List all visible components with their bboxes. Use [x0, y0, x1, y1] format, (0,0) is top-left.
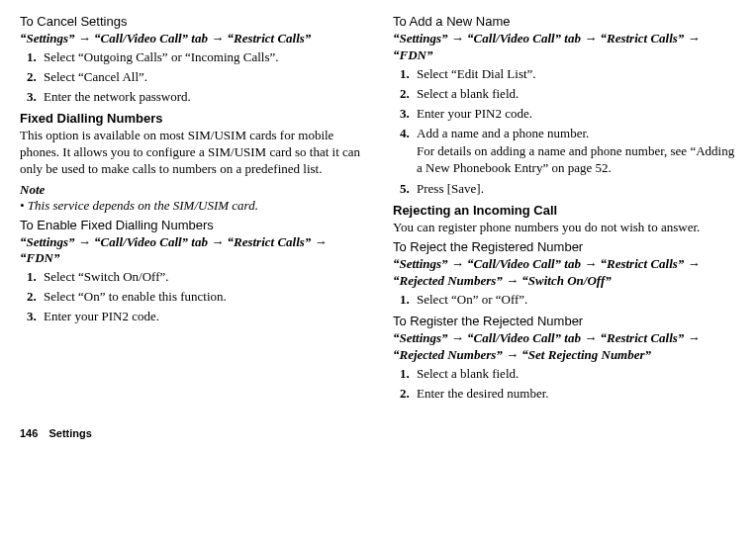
heading-enable-fdn: To Enable Fixed Dialling Numbers	[20, 218, 363, 232]
step-item: Enter your PIN2 code.	[413, 106, 736, 122]
heading-reject: Rejecting an Incoming Call	[393, 203, 736, 218]
page-columns: To Cancel Settings “Settings” → “Call/Vi…	[20, 10, 736, 408]
step-item: Add a name and a phone number. For detai…	[413, 126, 736, 177]
step-detail: For details on adding a name and phone n…	[417, 143, 736, 177]
step-item: Enter the network password.	[40, 89, 363, 105]
note-item: • This service depends on the SIM/USIM c…	[20, 198, 363, 214]
note-label: Note	[20, 182, 363, 198]
step-item: Select a blank field.	[413, 86, 736, 102]
step-item: Select “Cancel All”.	[40, 69, 363, 85]
body-reject: You can register phone numbers you do no…	[393, 220, 736, 236]
footer-section: Settings	[48, 427, 91, 439]
nav-path-enable-fdn: “Settings” → “Call/Video Call” tab → “Re…	[20, 234, 363, 268]
steps-reject-registered: Select “On” or “Off”.	[393, 292, 736, 308]
step-item: Select “Switch On/Off”.	[40, 269, 363, 285]
nav-path-register-rejected: “Settings” → “Call/Video Call” tab → “Re…	[393, 330, 736, 364]
step-item: Enter the desired number.	[413, 386, 736, 402]
step-item: Select “On” or “Off”.	[413, 292, 736, 308]
step-item: Select a blank field.	[413, 366, 736, 382]
steps-register-rejected: Select a blank field. Enter the desired …	[393, 366, 736, 402]
step-item: Select “On” to enable this function.	[40, 289, 363, 305]
step-text: Add a name and a phone number.	[417, 126, 589, 140]
page-footer: 146 Settings	[20, 427, 736, 439]
steps-add-name: Select “Edit Dial List”. Select a blank …	[393, 66, 736, 197]
body-fdn: This option is available on most SIM/USI…	[20, 128, 363, 178]
heading-cancel-settings: To Cancel Settings	[20, 14, 363, 29]
steps-enable-fdn: Select “Switch On/Off”. Select “On” to e…	[20, 269, 363, 324]
steps-cancel-settings: Select “Outgoing Calls” or “Incoming Cal…	[20, 49, 363, 105]
right-column: To Add a New Name “Settings” → “Call/Vid…	[393, 10, 736, 408]
heading-register-rejected: To Register the Rejected Number	[393, 314, 736, 328]
heading-add-name: To Add a New Name	[393, 14, 736, 29]
nav-path-cancel-settings: “Settings” → “Call/Video Call” tab → “Re…	[20, 31, 363, 47]
step-item: Select “Edit Dial List”.	[413, 66, 736, 82]
heading-fdn: Fixed Dialling Numbers	[20, 111, 363, 126]
page-number: 146	[20, 427, 38, 439]
step-item: Press [Save].	[413, 181, 736, 197]
heading-reject-registered: To Reject the Registered Number	[393, 239, 736, 254]
step-item: Enter your PIN2 code.	[40, 309, 363, 324]
nav-path-add-name: “Settings” → “Call/Video Call” tab → “Re…	[393, 31, 736, 64]
nav-path-reject-registered: “Settings” → “Call/Video Call” tab → “Re…	[393, 256, 736, 290]
left-column: To Cancel Settings “Settings” → “Call/Vi…	[20, 10, 363, 408]
step-item: Select “Outgoing Calls” or “Incoming Cal…	[40, 49, 363, 65]
